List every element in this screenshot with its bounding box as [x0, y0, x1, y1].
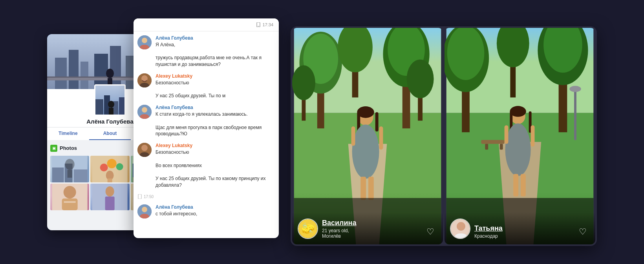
dating-card-vasilina[interactable]: 🧽 Василина 21 years old, Могилёв ♡ [292, 28, 443, 244]
chat-message-3: Алёна Голубева К стати когда-то я увлека… [137, 105, 275, 137]
card1-age: 21 years old, [322, 228, 419, 233]
svg-rect-134 [513, 174, 518, 196]
alyona-avatar [137, 35, 152, 49]
card1-overlay: 🧽 Василина 21 years old, Могилёв ♡ [292, 212, 443, 244]
msg-1-text: Я Алёна,тружусь продавцом,работа мне не … [156, 42, 275, 68]
svg-rect-23 [74, 169, 88, 182]
svg-point-27 [100, 164, 108, 171]
msg-5-text: с тобой интересно, [156, 211, 275, 217]
svg-point-137 [569, 86, 581, 92]
scene: Алёна Голубева Timeline About Friends 25… [47, 18, 597, 246]
svg-rect-31 [108, 178, 112, 182]
svg-point-18 [108, 101, 114, 108]
svg-point-24 [65, 159, 75, 170]
svg-rect-135 [521, 174, 526, 196]
svg-rect-25 [68, 170, 72, 178]
svg-rect-1 [55, 58, 67, 89]
svg-rect-124 [481, 140, 504, 144]
dating-card-tatiana[interactable]: Татьяна Краснодар ♡ [445, 28, 595, 244]
svg-point-82 [142, 107, 147, 113]
svg-rect-133 [531, 125, 535, 146]
svg-point-43 [106, 186, 114, 197]
msg-5-body: Алёна Голубева с тобой интересно, [156, 204, 275, 217]
msg-2-body: Alexey Lukatsky БезопасностьюУ нас 25 об… [156, 73, 275, 99]
fb-avatar-svg [95, 86, 126, 116]
tab-about[interactable]: About [89, 127, 131, 140]
card1-city: Могилёв [322, 233, 419, 239]
card2-info: Татьяна Краснодар [474, 224, 572, 239]
svg-point-39 [64, 186, 76, 198]
tatiana-avatar-img [451, 219, 470, 238]
svg-point-78 [142, 38, 147, 43]
msg-4-body: Alexey Lukatsky БезопасностьюВо всех про… [156, 143, 275, 189]
card1-avatar: 🧽 [298, 218, 318, 239]
chat-message-2: Alexey Lukatsky БезопасностьюУ нас 25 об… [137, 73, 275, 99]
chat-message-5: Алёна Голубева с тобой интересно, [137, 204, 275, 218]
svg-point-131 [505, 123, 531, 176]
msg-3-body: Алёна Голубева К стати когда-то я увлека… [156, 105, 275, 137]
chat-header: 17:34 [134, 18, 279, 31]
svg-point-84 [141, 145, 148, 151]
svg-rect-4 [94, 54, 108, 89]
svg-rect-2 [69, 50, 79, 89]
msg-2-text: БезопасностьюУ нас 25 общих друзей. Ты п… [156, 80, 275, 99]
svg-point-11 [106, 69, 114, 78]
svg-rect-125 [485, 144, 488, 149]
svg-rect-136 [574, 89, 576, 140]
card2-avatar [450, 218, 470, 239]
card1-heart-button[interactable]: ♡ [423, 225, 437, 239]
msg-3-sender: Алёна Голубева [156, 105, 275, 110]
svg-point-100 [407, 59, 434, 98]
chat-messages[interactable]: Алёна Голубева Я Алёна,тружусь продавцом… [134, 31, 279, 231]
svg-rect-3 [80, 62, 88, 89]
card2-city: Краснодар [474, 233, 572, 239]
svg-rect-111 [368, 177, 374, 200]
svg-rect-126 [500, 144, 503, 149]
svg-point-118 [447, 28, 485, 80]
svg-rect-12 [108, 78, 112, 85]
card1-name: Василина [322, 219, 419, 227]
phone-icon [256, 22, 261, 27]
card2-name: Татьяна [474, 224, 572, 233]
svg-rect-76 [258, 26, 259, 26]
svg-rect-108 [351, 126, 355, 146]
svg-point-140 [457, 222, 465, 231]
svg-point-29 [116, 163, 123, 170]
chat-time-bottom: 17:50 [137, 194, 154, 199]
svg-rect-110 [360, 177, 366, 200]
alyona-avatar-2 [137, 105, 152, 119]
card1-info: Василина 21 years old, Могилёв [322, 219, 419, 239]
dating-panel: 🧽 Василина 21 years old, Могилёв ♡ [291, 26, 597, 246]
photo-4[interactable] [50, 184, 89, 210]
card2-heart-button[interactable]: ♡ [576, 225, 590, 239]
msg-4-sender: Alexey Lukatsky [156, 143, 275, 148]
msg-1-body: Алёна Голубева Я Алёна,тружусь продавцом… [156, 35, 275, 68]
tab-timeline[interactable]: Timeline [47, 127, 89, 140]
fb-profile-name: Алёна Голубева [86, 118, 133, 125]
photo-2[interactable] [90, 156, 129, 182]
photo-1[interactable] [50, 156, 89, 182]
chat-time-top: 17:34 [256, 22, 273, 27]
svg-rect-106 [375, 112, 379, 131]
photo-5[interactable] [90, 184, 129, 210]
svg-rect-132 [505, 125, 509, 144]
phone-icon-2 [137, 194, 142, 199]
svg-rect-109 [379, 126, 383, 149]
msg-1-sender: Алёна Голубева [156, 35, 275, 41]
card2-overlay: Татьяна Краснодар ♡ [445, 212, 595, 244]
fb-profile-avatar [94, 84, 126, 116]
svg-rect-41 [64, 201, 76, 203]
svg-rect-19 [109, 108, 113, 116]
msg-3-text: К стати когда-то я увлекалась занимаюсь.… [156, 111, 275, 137]
svg-rect-21 [52, 168, 64, 182]
photos-icon: ▣ [50, 145, 57, 152]
svg-point-28 [107, 159, 117, 168]
alexey-avatar [137, 73, 152, 87]
spongebob-icon: 🧽 [298, 219, 317, 238]
svg-point-107 [352, 124, 379, 178]
chat-panel: 17:34 Алёна Голубева Я Алёна,тружусь про… [134, 18, 279, 238]
svg-point-87 [142, 207, 147, 212]
svg-rect-40 [62, 198, 78, 210]
svg-rect-14 [95, 99, 103, 116]
svg-rect-6 [126, 56, 134, 89]
